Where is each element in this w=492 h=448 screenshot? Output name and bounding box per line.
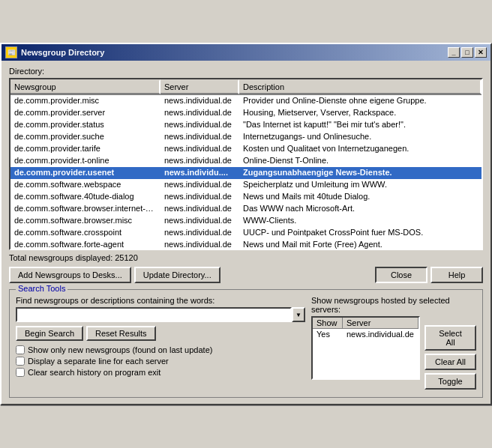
table-row[interactable]: de.comm.provider.servernews.individual.d… xyxy=(10,107,482,119)
cell-newsgroup: de.comm.provider.tarife xyxy=(10,143,160,154)
col-header-description[interactable]: Description xyxy=(239,79,482,94)
search-right-inner: Show Server Yes news.individual.de Selec xyxy=(311,316,476,390)
cell-description: UUCP- und Pointpaket CrossPoint fuer MS-… xyxy=(239,227,482,238)
title-bar-left: 📰 Newsgroup Directory xyxy=(5,46,104,58)
cell-description: Online-Dienst T-Online. xyxy=(239,155,482,166)
table-row[interactable]: de.comm.software.crosspointnews.individu… xyxy=(10,227,482,239)
add-newsgroups-button[interactable]: Add Newsgroups to Desks... xyxy=(9,267,131,283)
cell-server: news.individual.de xyxy=(160,107,239,118)
checkbox-row-2: Display a separate line for each server xyxy=(16,357,305,366)
maximize-button[interactable]: □ xyxy=(461,47,473,58)
server-show-1: Yes xyxy=(313,329,343,340)
cell-description: Das WWW nach Microsoft-Art. xyxy=(239,203,482,214)
cell-server: news.individual.de xyxy=(160,239,239,249)
combo-arrow[interactable]: ▼ xyxy=(292,307,305,322)
button-row-left: Add Newsgroups to Desks... Update Direct… xyxy=(9,267,220,283)
cell-server: news.individual.de xyxy=(160,143,239,154)
table-row[interactable]: de.comm.software.forte-agentnews.individ… xyxy=(10,239,482,249)
cell-server: news.individual.de xyxy=(160,95,239,106)
search-buttons: Begin Search Reset Results xyxy=(16,326,305,341)
cell-description: Housing, Mietserver, Vserver, Rackspace. xyxy=(239,107,482,118)
status-bar: Total newsgroups displayed: 25120 xyxy=(9,253,483,262)
cell-server: news.individual.de xyxy=(160,155,239,166)
select-all-button[interactable]: Select All xyxy=(424,325,476,351)
begin-search-button[interactable]: Begin Search xyxy=(16,326,83,341)
table-row[interactable]: de.comm.provider.suchenews.individual.de… xyxy=(10,131,482,143)
cell-newsgroup: de.comm.software.browser.internet-explor… xyxy=(10,203,160,214)
cell-newsgroup: de.comm.software.browser.misc xyxy=(10,215,160,226)
checkbox-clear-history-label: Clear search history on program exit xyxy=(28,368,160,377)
close-button-main[interactable]: Close xyxy=(375,267,428,283)
minimize-button[interactable]: _ xyxy=(448,47,460,58)
table-header: Newsgroup Server Description xyxy=(10,79,482,95)
cell-description: Provider und Online-Dienste ohne eigene … xyxy=(239,95,482,106)
table-row[interactable]: de.comm.software.webspacenews.individual… xyxy=(10,179,482,191)
checkbox-new-newsgroups[interactable] xyxy=(16,345,25,354)
clear-all-button[interactable]: Clear All xyxy=(424,354,476,370)
button-row-right: Close Help xyxy=(375,267,483,283)
table-row[interactable]: de.comm.software.browser.internet-explor… xyxy=(10,203,482,215)
server-table-header: Show Server xyxy=(313,318,418,329)
server-name-1: news.individual.de xyxy=(343,329,418,340)
cell-server: news.individual.de xyxy=(160,227,239,238)
table-row[interactable]: de.comm.software.browser.miscnews.indivi… xyxy=(10,215,482,227)
checkbox-new-newsgroups-label: Show only new newsgroups (found on last … xyxy=(28,345,212,354)
server-table: Show Server Yes news.individual.de xyxy=(311,316,420,380)
cell-newsgroup: de.comm.provider.misc xyxy=(10,95,160,106)
col-header-server[interactable]: Server xyxy=(160,79,239,94)
window-content: Directory: Newsgroup Server Description … xyxy=(2,61,490,404)
search-input[interactable] xyxy=(16,307,292,322)
window-icon: 📰 xyxy=(5,46,17,58)
table-row[interactable]: de.comm.provider.t-onlinenews.individual… xyxy=(10,155,482,167)
cell-newsgroup: de.comm.provider.server xyxy=(10,107,160,118)
table-row[interactable]: de.comm.software.40tude-dialognews.indiv… xyxy=(10,191,482,203)
directory-label: Directory: xyxy=(9,67,483,76)
cell-server: news.individu.... xyxy=(160,167,239,178)
title-bar: 📰 Newsgroup Directory _ □ ✕ xyxy=(2,44,490,61)
table-row[interactable]: de.comm.provider.tarifenews.individual.d… xyxy=(10,143,482,155)
table-row[interactable]: de.comm.provider.statusnews.individual.d… xyxy=(10,119,482,131)
checkbox-separate-line-label: Display a separate line for each server xyxy=(28,357,169,366)
cell-newsgroup: de.comm.software.crosspoint xyxy=(10,227,160,238)
search-tools-group: Search Tools Find newsgroups or descript… xyxy=(9,289,483,398)
server-col-show: Show xyxy=(313,318,343,328)
search-tools-inner: Find newsgroups or descriptions containi… xyxy=(16,296,476,390)
window-title: Newsgroup Directory xyxy=(21,48,104,57)
cell-description: Kosten und Qualitaet von Internetzuganeg… xyxy=(239,143,482,154)
col-header-newsgroup[interactable]: Newsgroup xyxy=(10,79,160,94)
server-col-server: Server xyxy=(343,318,418,328)
cell-description: Speicherplatz und Umleitung im WWW. xyxy=(239,179,482,190)
cell-newsgroup: de.comm.provider.usenet xyxy=(10,167,160,178)
newsgroup-directory-window: 📰 Newsgroup Directory _ □ ✕ Directory: N… xyxy=(0,43,492,405)
cell-newsgroup: de.comm.provider.t-online xyxy=(10,155,160,166)
cell-description: "Das Internet ist kaputt!" "Bei mir tut'… xyxy=(239,119,482,130)
checkbox-clear-history[interactable] xyxy=(16,368,25,377)
toggle-button[interactable]: Toggle xyxy=(424,373,476,390)
find-label: Find newsgroups or descriptions containi… xyxy=(16,296,305,305)
update-directory-button[interactable]: Update Directory... xyxy=(134,267,220,283)
reset-results-button[interactable]: Reset Results xyxy=(86,326,155,341)
title-buttons: _ □ ✕ xyxy=(448,47,487,58)
server-row-1[interactable]: Yes news.individual.de xyxy=(313,329,418,340)
table-row[interactable]: de.comm.provider.miscnews.individual.deP… xyxy=(10,95,482,107)
table-row[interactable]: de.comm.provider.usenetnews.individu....… xyxy=(10,167,482,179)
cell-description: Internetzugangs- und Onlinesuche. xyxy=(239,131,482,142)
cell-description: WWW-Clients. xyxy=(239,215,482,226)
cell-newsgroup: de.comm.software.40tude-dialog xyxy=(10,191,160,202)
right-buttons: Select All Clear All Toggle xyxy=(424,325,476,390)
cell-newsgroup: de.comm.provider.status xyxy=(10,119,160,130)
total-label: Total newsgroups displayed: 25120 xyxy=(9,253,138,262)
main-button-row: Add Newsgroups to Desks... Update Direct… xyxy=(9,267,483,283)
newsgroup-table: Newsgroup Server Description de.comm.pro… xyxy=(9,78,483,250)
cell-description: Zugangsunabhaengige News-Dienste. xyxy=(239,167,482,178)
help-button[interactable]: Help xyxy=(430,267,483,283)
cell-newsgroup: de.comm.software.forte-agent xyxy=(10,239,160,249)
checkbox-separate-line[interactable] xyxy=(16,357,25,366)
cell-server: news.individual.de xyxy=(160,215,239,226)
search-right: Show newsgroups hosted by selected serve… xyxy=(311,296,476,390)
cell-newsgroup: de.comm.provider.suche xyxy=(10,131,160,142)
close-button[interactable]: ✕ xyxy=(475,47,487,58)
checkbox-row-3: Clear search history on program exit xyxy=(16,368,305,377)
cell-server: news.individual.de xyxy=(160,203,239,214)
search-tools-legend: Search Tools xyxy=(16,284,68,293)
